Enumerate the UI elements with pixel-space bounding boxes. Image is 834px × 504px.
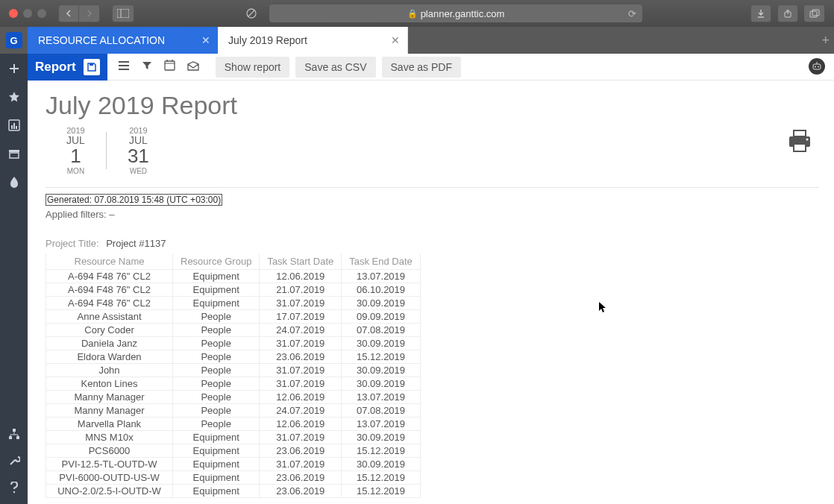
- star-icon[interactable]: [7, 89, 22, 104]
- save-icon[interactable]: [84, 59, 100, 75]
- window-maximize-button[interactable]: [37, 9, 46, 18]
- table-cell: MNS M10x: [46, 430, 173, 444]
- lock-icon: 🔒: [407, 9, 418, 19]
- list-icon[interactable]: [118, 60, 130, 74]
- url-bar[interactable]: 🔒 planner.ganttic.com ⟳: [269, 4, 642, 22]
- add-icon[interactable]: [7, 61, 22, 76]
- table-cell: John: [46, 363, 173, 377]
- tab-close-button[interactable]: ✕: [201, 34, 210, 46]
- table-cell: Manny Manager: [46, 390, 173, 403]
- main-wrap: Report Show report Sav: [0, 54, 834, 504]
- divider: [46, 187, 819, 188]
- date-start[interactable]: 2019 JUL 1 MON: [46, 126, 106, 175]
- table-row: Marvella PlankPeople12.06.201913.07.2019: [46, 417, 421, 430]
- table-cell: Equipment: [173, 444, 260, 457]
- table-cell: A-694 F48 76" CL2: [46, 283, 173, 296]
- table-cell: 30.09.2019: [342, 430, 421, 444]
- downloads-button[interactable]: [750, 4, 771, 22]
- table-row: JohnPeople31.07.201930.09.2019: [46, 363, 421, 377]
- table-cell: Equipment: [173, 457, 260, 470]
- share-button[interactable]: [777, 4, 798, 22]
- table-row: Manny ManagerPeople12.06.201913.07.2019: [46, 390, 421, 403]
- filter-icon[interactable]: [142, 60, 152, 74]
- svg-rect-0: [117, 9, 129, 18]
- applied-filters-label: Applied filters:: [46, 209, 109, 220]
- report-title: July 2019 Report: [46, 91, 819, 120]
- svg-rect-28: [794, 130, 806, 136]
- nav-back-forward: [58, 4, 100, 22]
- window-minimize-button[interactable]: [23, 9, 32, 18]
- tab-close-button[interactable]: ✕: [391, 34, 400, 46]
- table-row: PCS6000Equipment23.06.201915.12.2019: [46, 444, 421, 457]
- svg-point-24: [815, 66, 816, 68]
- table-cell: 31.07.2019: [260, 363, 342, 377]
- table-cell: 15.12.2019: [342, 350, 421, 363]
- forward-button[interactable]: [79, 4, 100, 22]
- app-logo-tile[interactable]: G: [0, 27, 28, 54]
- table-cell: 13.07.2019: [342, 269, 421, 283]
- svg-rect-14: [13, 429, 16, 432]
- chart-icon[interactable]: [7, 118, 22, 133]
- print-button[interactable]: [785, 126, 815, 159]
- title-bar-right: [750, 4, 825, 22]
- svg-rect-29: [794, 144, 806, 151]
- back-button[interactable]: [58, 4, 79, 22]
- sidebar-toggle-button[interactable]: [112, 4, 134, 22]
- col-task-end-date: Task End Date: [342, 253, 421, 270]
- svg-rect-6: [810, 11, 817, 17]
- date-end-weekday: WED: [128, 167, 149, 175]
- table-row: MNS M10xEquipment31.07.201930.09.2019: [46, 430, 421, 444]
- table-cell: 13.07.2019: [342, 417, 421, 430]
- svg-rect-18: [90, 63, 93, 66]
- date-start-weekday: MON: [66, 167, 85, 175]
- archive-icon[interactable]: [7, 146, 22, 161]
- assistant-icon[interactable]: [809, 58, 825, 75]
- new-tab-button[interactable]: +: [821, 33, 830, 48]
- tab-july-2019-report[interactable]: July 2019 Report ✕: [218, 27, 408, 54]
- date-end[interactable]: 2019 JUL 31 WED: [107, 126, 170, 175]
- svg-rect-15: [9, 436, 12, 439]
- svg-line-3: [248, 10, 254, 16]
- table-cell: 24.07.2019: [260, 403, 342, 417]
- table-row: PVI-12.5-TL-OUTD-WEquipment31.07.201930.…: [46, 457, 421, 470]
- save-as-pdf-button[interactable]: Save as PDF: [382, 57, 461, 78]
- mail-icon[interactable]: [187, 60, 199, 74]
- tool-icons: [107, 60, 210, 74]
- table-cell: Manny Manager: [46, 403, 173, 417]
- url-region: 🔒 planner.ganttic.com ⟳: [140, 4, 744, 22]
- calendar-icon[interactable]: [164, 60, 175, 74]
- ganttic-logo-icon: G: [6, 32, 22, 48]
- table-cell: Equipment: [173, 283, 260, 296]
- table-cell: People: [173, 377, 260, 390]
- svg-point-17: [13, 491, 14, 493]
- table-cell: 24.07.2019: [260, 323, 342, 336]
- reload-icon[interactable]: ⟳: [628, 8, 636, 19]
- table-cell: 23.06.2019: [260, 470, 342, 484]
- org-icon[interactable]: [7, 426, 22, 441]
- help-icon[interactable]: [7, 480, 22, 495]
- col-resource-name: Resource Name: [46, 253, 173, 270]
- table-cell: People: [173, 336, 260, 350]
- table-cell: People: [173, 323, 260, 336]
- date-end-day: 31: [128, 145, 149, 167]
- table-cell: People: [173, 403, 260, 417]
- svg-rect-11: [16, 126, 17, 129]
- table-cell: 31.07.2019: [260, 430, 342, 444]
- stop-button[interactable]: [242, 4, 260, 22]
- url-text: planner.ganttic.com: [421, 8, 505, 19]
- table-cell: Marvella Plank: [46, 417, 173, 430]
- show-report-button[interactable]: Show report: [216, 57, 289, 78]
- save-as-csv-button[interactable]: Save as CSV: [295, 57, 375, 78]
- browser-title-bar: 🔒 planner.ganttic.com ⟳: [0, 0, 834, 27]
- table-cell: 31.07.2019: [260, 336, 342, 350]
- window-close-button[interactable]: [9, 9, 18, 18]
- tab-resource-allocation[interactable]: RESOURCE ALLOCATION ✕: [28, 27, 218, 54]
- table-cell: 12.06.2019: [260, 269, 342, 283]
- drop-icon[interactable]: [7, 174, 22, 189]
- tabs-overview-button[interactable]: [804, 4, 825, 22]
- table-cell: A-694 F48 76" CL2: [46, 269, 173, 283]
- report-table: Resource Name Resource Group Task Start …: [46, 253, 421, 498]
- table-cell: Eldora Warden: [46, 350, 173, 363]
- settings-icon[interactable]: [7, 453, 22, 468]
- table-cell: 31.07.2019: [260, 377, 342, 390]
